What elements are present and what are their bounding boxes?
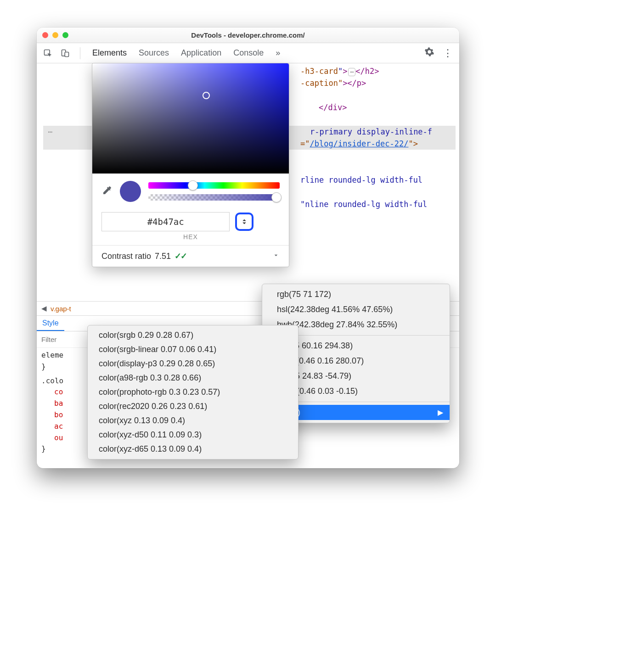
dom-link[interactable]: /blog/insider-dec-22/ — [310, 139, 408, 148]
dom-text: </h2> — [355, 67, 379, 76]
submenu-item-xyz-d65[interactable]: color(xyz-d65 0.13 0.09 0.4) — [88, 442, 298, 456]
eyedropper-icon[interactable] — [101, 185, 113, 198]
submenu-item-display-p3[interactable]: color(display-p3 0.29 0.28 0.65) — [88, 357, 298, 371]
submenu-item-a98[interactable]: color(a98-rgb 0.3 0.28 0.66) — [88, 371, 298, 385]
css-selector: .colo — [41, 376, 63, 385]
tab-sources[interactable]: Sources — [137, 48, 171, 58]
contrast-label: Contrast ratio — [101, 252, 151, 261]
inspect-icon[interactable] — [43, 49, 52, 58]
dom-text: -caption" — [300, 78, 343, 88]
ellipsis-icon[interactable]: ⋯ — [348, 68, 355, 76]
contrast-value: 7.51 — [155, 252, 171, 261]
menu-item-hsl[interactable]: hsl(242.38deg 41.56% 47.65%) — [262, 302, 450, 317]
tab-application[interactable]: Application — [179, 48, 223, 58]
chevron-right-icon: ▶ — [438, 408, 443, 417]
submenu-item-rec2020[interactable]: color(rec2020 0.26 0.23 0.61) — [88, 399, 298, 414]
submenu-item-srgb[interactable]: color(srgb 0.29 0.28 0.67) — [88, 328, 298, 342]
color-spectrum[interactable] — [92, 63, 289, 174]
css-brace: } — [41, 444, 46, 453]
hex-input[interactable] — [101, 212, 230, 231]
chevron-left-icon[interactable]: ◀ — [41, 304, 47, 313]
menu-item-rgb[interactable]: rgb(75 71 172) — [262, 287, 450, 302]
dom-text: > — [343, 67, 347, 76]
dom-text: rline rounded-lg width-ful — [300, 175, 422, 185]
titlebar: DevTools - developer.chrome.com/ — [37, 28, 459, 43]
submenu-item-prophoto[interactable]: color(prophoto-rgb 0.3 0.23 0.57) — [88, 385, 298, 399]
contrast-row[interactable]: Contrast ratio 7.51 ✓✓ — [92, 246, 289, 267]
css-selector: eleme — [41, 351, 63, 359]
css-brace: } — [41, 362, 46, 371]
dom-text: </div> — [319, 103, 347, 112]
hue-handle[interactable] — [188, 180, 198, 190]
color-picker: HEX Contrast ratio 7.51 ✓✓ — [92, 63, 289, 267]
format-label: HEX — [92, 233, 289, 241]
devtools-toolbar: Elements Sources Application Console » ⋮ — [37, 43, 459, 63]
chevron-down-icon[interactable] — [272, 252, 280, 261]
colorfn-submenu: color(srgb 0.29 0.28 0.67) color(srgb-li… — [87, 325, 298, 459]
submenu-item-xyz[interactable]: color(xyz 0.13 0.09 0.4) — [88, 414, 298, 428]
css-prop: ou — [54, 433, 63, 442]
kebab-icon[interactable]: ⋮ — [443, 50, 453, 56]
gear-icon[interactable] — [424, 47, 434, 59]
separator — [80, 47, 80, 59]
check-icon: ✓✓ — [175, 251, 186, 261]
devtools-window: DevTools - developer.chrome.com/ Element… — [37, 28, 459, 468]
submenu-item-srgb-linear[interactable]: color(srgb-linear 0.07 0.06 0.41) — [88, 342, 298, 357]
tab-elements[interactable]: Elements — [90, 48, 129, 58]
dom-text: "nline rounded-lg width-ful — [300, 200, 427, 209]
dom-text: -h3-card — [300, 67, 338, 76]
svg-rect-2 — [65, 52, 68, 56]
dom-text: "> — [408, 139, 417, 148]
alpha-slider[interactable] — [148, 194, 280, 201]
current-color-swatch[interactable] — [120, 181, 141, 202]
spectrum-handle[interactable] — [203, 92, 210, 99]
device-toggle-icon[interactable] — [61, 49, 70, 58]
alpha-handle[interactable] — [271, 192, 282, 202]
breadcrumb-item[interactable]: v.gap-t — [51, 305, 71, 313]
dom-text: =" — [300, 139, 310, 148]
tab-console[interactable]: Console — [231, 48, 265, 58]
dom-text: ></p> — [343, 78, 366, 88]
css-prop: bo — [54, 410, 63, 419]
submenu-item-xyz-d50[interactable]: color(xyz-d50 0.11 0.09 0.3) — [88, 428, 298, 442]
tab-styles[interactable]: Style — [37, 316, 64, 331]
format-toggle-button[interactable] — [235, 213, 253, 231]
css-prop: co — [54, 387, 63, 396]
hue-slider[interactable] — [148, 182, 280, 189]
panel-content: -h3-card">⋯</h2> -caption"></p> </div> ⋯… — [37, 63, 459, 468]
more-tabs-icon[interactable]: » — [274, 48, 282, 58]
css-prop: ac — [54, 422, 63, 431]
window-title: DevTools - developer.chrome.com/ — [37, 31, 459, 39]
dom-text: r-primary display-inline-f — [310, 127, 432, 136]
css-prop: ba — [54, 399, 63, 408]
